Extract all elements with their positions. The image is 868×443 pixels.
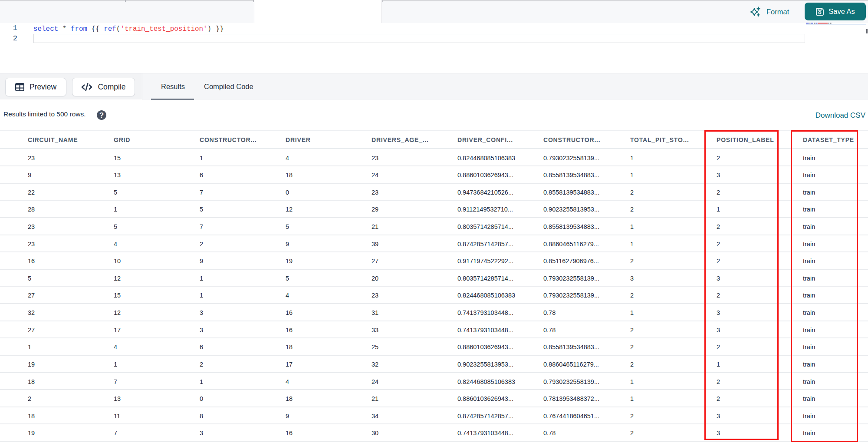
svg-text:?: ?: [99, 111, 104, 119]
